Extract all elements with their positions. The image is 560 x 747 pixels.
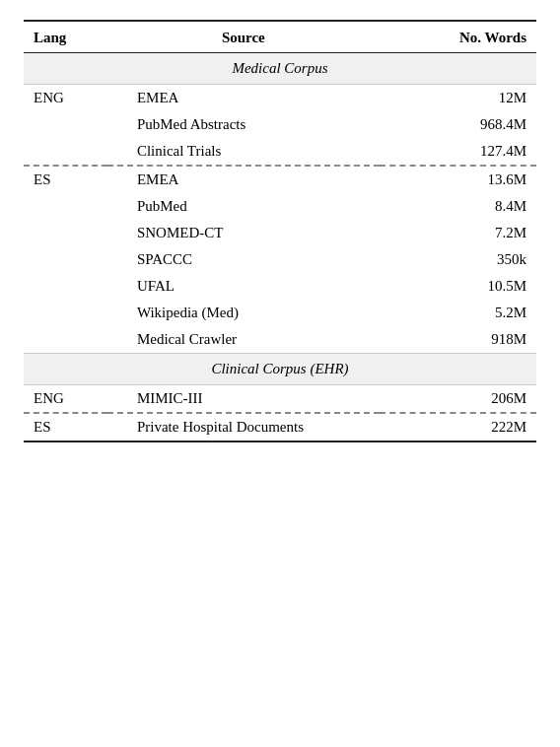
cell-words: 12M — [380, 85, 536, 112]
cell-lang — [24, 300, 107, 326]
table-row: PubMed Abstracts968.4M — [24, 111, 536, 138]
cell-lang — [24, 273, 107, 300]
section-header-cell: Medical Corpus — [24, 53, 536, 85]
cell-lang: ES — [24, 414, 107, 441]
section-header-cell: Clinical Corpus (EHR) — [24, 354, 536, 385]
table-row: Medical Crawler918M — [24, 326, 536, 354]
cell-words: 206M — [380, 385, 536, 414]
cell-words: 350k — [380, 246, 536, 273]
cell-source: PubMed — [107, 193, 380, 220]
cell-lang: ENG — [24, 85, 107, 112]
table-row: ESEMEA13.6M — [24, 167, 536, 193]
cell-lang: ENG — [24, 385, 107, 414]
cell-source: Private Hospital Documents — [107, 414, 380, 441]
cell-source: SNOMED-CT — [107, 220, 380, 246]
table-row: ENGEMEA12M — [24, 85, 536, 112]
cell-words: 10.5M — [380, 273, 536, 300]
cell-lang — [24, 220, 107, 246]
table-row: PubMed8.4M — [24, 193, 536, 220]
table-row: SPACCC350k — [24, 246, 536, 273]
cell-lang — [24, 111, 107, 138]
cell-source: EMEA — [107, 85, 380, 112]
col-header-words: No. Words — [380, 22, 536, 53]
data-table: Lang Source No. Words Medical CorpusENGE… — [24, 22, 536, 441]
cell-lang — [24, 138, 107, 166]
cell-source: Medical Crawler — [107, 326, 380, 354]
cell-source: EMEA — [107, 167, 380, 193]
cell-words: 918M — [380, 326, 536, 354]
col-header-source: Source — [107, 22, 380, 53]
cell-lang — [24, 246, 107, 273]
cell-words: 7.2M — [380, 220, 536, 246]
cell-words: 127.4M — [380, 138, 536, 166]
section-header-row: Clinical Corpus (EHR) — [24, 354, 536, 385]
cell-source: PubMed Abstracts — [107, 111, 380, 138]
cell-source: Wikipedia (Med) — [107, 300, 380, 326]
cell-source: MIMIC-III — [107, 385, 380, 414]
section-header-row: Medical Corpus — [24, 53, 536, 85]
table-row: UFAL10.5M — [24, 273, 536, 300]
cell-source: SPACCC — [107, 246, 380, 273]
table-header-row: Lang Source No. Words — [24, 22, 536, 53]
table-row: ESPrivate Hospital Documents222M — [24, 414, 536, 441]
cell-source: Clinical Trials — [107, 138, 380, 166]
cell-words: 968.4M — [380, 111, 536, 138]
table-row: ENGMIMIC-III206M — [24, 385, 536, 414]
main-table-container: Lang Source No. Words Medical CorpusENGE… — [24, 20, 536, 442]
cell-words: 8.4M — [380, 193, 536, 220]
cell-words: 5.2M — [380, 300, 536, 326]
cell-words: 222M — [380, 414, 536, 441]
table-row: Wikipedia (Med)5.2M — [24, 300, 536, 326]
col-header-lang: Lang — [24, 22, 107, 53]
cell-words: 13.6M — [380, 167, 536, 193]
cell-lang — [24, 193, 107, 220]
cell-source: UFAL — [107, 273, 380, 300]
table-row: Clinical Trials127.4M — [24, 138, 536, 166]
table-row: SNOMED-CT7.2M — [24, 220, 536, 246]
cell-lang: ES — [24, 167, 107, 193]
cell-lang — [24, 326, 107, 354]
